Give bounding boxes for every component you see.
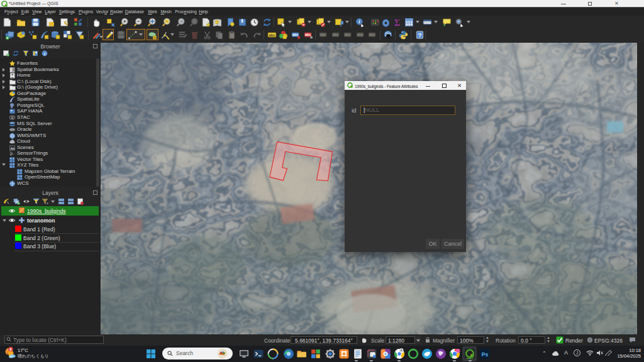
svg-text:abc: abc bbox=[292, 33, 298, 36]
svg-text:Σ: Σ bbox=[394, 18, 400, 27]
svg-text:abc: abc bbox=[320, 33, 326, 36]
svg-text:abc: abc bbox=[357, 33, 363, 36]
svg-text:S: S bbox=[11, 116, 13, 119]
svg-text:ε: ε bbox=[47, 200, 48, 205]
svg-text:abc: abc bbox=[333, 33, 338, 36]
svg-text:abc: abc bbox=[269, 33, 276, 37]
svg-text:?: ? bbox=[418, 32, 422, 38]
svg-text:abc: abc bbox=[345, 33, 350, 36]
svg-text:Ps: Ps bbox=[482, 351, 489, 358]
svg-text:J: J bbox=[576, 351, 578, 355]
svg-text:abc: abc bbox=[369, 33, 375, 36]
svg-text:i: i bbox=[44, 52, 45, 57]
svg-text:abc: abc bbox=[305, 33, 311, 36]
